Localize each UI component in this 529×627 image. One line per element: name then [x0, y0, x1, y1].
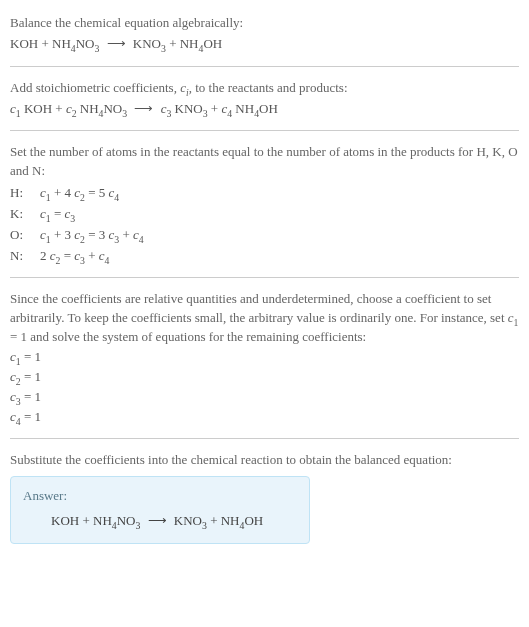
- atom-equations-intro: Set the number of atoms in the reactants…: [10, 143, 519, 181]
- divider: [10, 277, 519, 278]
- coef-c2: c2 = 1: [10, 367, 519, 387]
- atom-label-k: K:: [10, 205, 34, 224]
- reactant-koh: KOH: [10, 36, 38, 51]
- answer-box: Answer: KOH + NH4NO3 ⟶ KNO3 + NH4OH: [10, 476, 310, 544]
- balance-intro-text: Balance the chemical equation algebraica…: [10, 14, 519, 33]
- atom-label-n: N:: [10, 247, 34, 266]
- product-kno3: KNO3: [133, 36, 166, 51]
- plus-1: +: [38, 36, 52, 51]
- coefficient-values: c1 = 1 c2 = 1 c3 = 1 c4 = 1: [10, 347, 519, 426]
- add-coefficients-text: Add stoichiometric coefficients, ci, to …: [10, 79, 519, 98]
- section-add-coefficients: Add stoichiometric coefficients, ci, to …: [10, 73, 519, 125]
- balanced-equation: KOH + NH4NO3 ⟶ KNO3 + NH4OH: [23, 510, 297, 531]
- atom-eq-n: 2 c2 = c3 + c4: [40, 247, 519, 266]
- atom-label-o: O:: [10, 226, 34, 245]
- divider: [10, 438, 519, 439]
- coefficient-equation: c1 KOH + c2 NH4NO3 ⟶ c3 KNO3 + c4 NH4OH: [10, 98, 519, 119]
- atom-eq-h: c1 + 4 c2 = 5 c4: [40, 184, 519, 203]
- coef-c4: c4 = 1: [10, 407, 519, 427]
- product-nh4oh: NH4OH: [180, 36, 222, 51]
- reaction-arrow-icon: ⟶: [130, 101, 157, 116]
- section-atom-equations: Set the number of atoms in the reactants…: [10, 137, 519, 271]
- reaction-arrow-icon: ⟶: [103, 36, 130, 51]
- divider: [10, 66, 519, 67]
- coef-c1: c1 = 1: [10, 347, 519, 367]
- section-balance-intro: Balance the chemical equation algebraica…: [10, 8, 519, 60]
- atom-eq-k: c1 = c3: [40, 205, 519, 224]
- coef-c3: c3 = 1: [10, 387, 519, 407]
- substitute-intro: Substitute the coefficients into the che…: [10, 451, 519, 470]
- atom-eq-o: c1 + 3 c2 = 3 c3 + c4: [40, 226, 519, 245]
- plus-2: +: [166, 36, 180, 51]
- unbalanced-equation: KOH + NH4NO3 ⟶ KNO3 + NH4OH: [10, 33, 519, 54]
- atom-label-h: H:: [10, 184, 34, 203]
- answer-label: Answer:: [23, 487, 297, 510]
- section-answer: Substitute the coefficients into the che…: [10, 445, 519, 550]
- solve-intro: Since the coefficients are relative quan…: [10, 290, 519, 347]
- atom-equations-grid: H: c1 + 4 c2 = 5 c4 K: c1 = c3 O: c1 + 3…: [10, 181, 519, 265]
- divider: [10, 130, 519, 131]
- section-solve: Since the coefficients are relative quan…: [10, 284, 519, 432]
- reactant-nh4no3: NH4NO3: [52, 36, 99, 51]
- reaction-arrow-icon: ⟶: [144, 513, 171, 528]
